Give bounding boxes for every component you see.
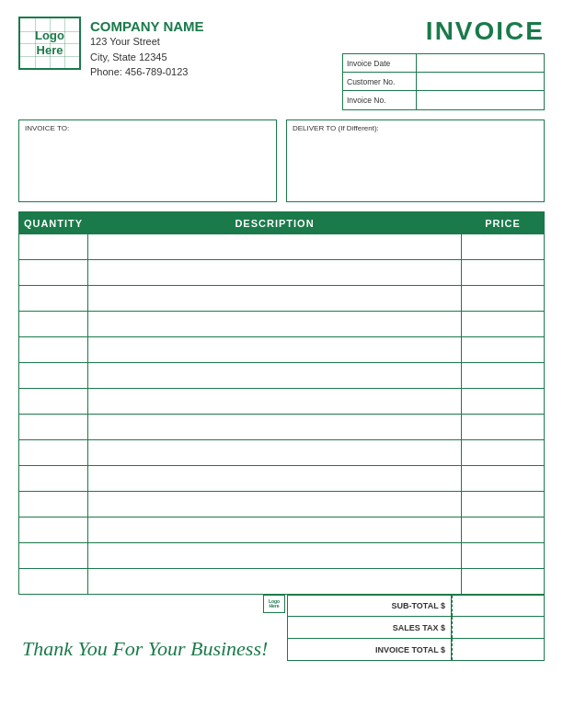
invoice-title: INVOICE bbox=[426, 17, 545, 46]
table-row[interactable] bbox=[19, 286, 545, 312]
customer-no-value[interactable] bbox=[417, 73, 544, 90]
desc-cell[interactable] bbox=[88, 492, 462, 518]
deliver-to-label: DELIVER TO (If Different): bbox=[293, 124, 538, 132]
company-address2: City, State 12345 bbox=[90, 50, 204, 65]
footer-section: Thank You For Your Business! LogoHere SU… bbox=[18, 595, 545, 661]
qty-cell[interactable] bbox=[19, 260, 88, 286]
price-cell[interactable] bbox=[462, 518, 545, 543]
totals-block: SUB-TOTAL $ SALES TAX $ INVOICE TOTAL $ bbox=[287, 595, 545, 661]
desc-cell[interactable] bbox=[88, 466, 462, 492]
desc-cell[interactable] bbox=[88, 234, 462, 260]
price-cell[interactable] bbox=[462, 312, 545, 337]
desc-cell[interactable] bbox=[88, 286, 462, 312]
header-left: Logo Here COMPANY NAME 123 Your Street C… bbox=[18, 17, 204, 80]
deliver-to-content[interactable] bbox=[293, 136, 538, 191]
price-cell[interactable] bbox=[462, 466, 545, 492]
price-cell[interactable] bbox=[462, 337, 545, 363]
price-cell[interactable] bbox=[462, 492, 545, 518]
qty-header: QUANTITY bbox=[19, 212, 88, 234]
table-row[interactable] bbox=[19, 337, 545, 363]
table-row[interactable] bbox=[19, 492, 545, 518]
thank-you-message: Thank You For Your Business! bbox=[18, 628, 268, 661]
customer-no-label: Customer No. bbox=[343, 73, 417, 90]
price-cell[interactable] bbox=[462, 363, 545, 389]
salestax-row: SALES TAX $ bbox=[287, 617, 545, 639]
invoice-date-value[interactable] bbox=[417, 54, 544, 72]
invoice-date-label: Invoice Date bbox=[343, 54, 417, 72]
desc-cell[interactable] bbox=[88, 337, 462, 363]
price-cell[interactable] bbox=[462, 415, 545, 440]
qty-cell[interactable] bbox=[19, 389, 88, 415]
customer-no-row: Customer No. bbox=[343, 73, 544, 91]
invoice-no-row: Invoice No. bbox=[343, 91, 544, 109]
salestax-label: SALES TAX $ bbox=[288, 617, 452, 638]
small-logo: LogoHere bbox=[263, 595, 285, 613]
desc-cell[interactable] bbox=[88, 569, 462, 595]
thank-you-text: Thank You For Your Business! bbox=[18, 628, 268, 661]
invoice-to-content[interactable] bbox=[25, 136, 270, 191]
desc-cell[interactable] bbox=[88, 312, 462, 337]
logo-box: Logo Here bbox=[18, 17, 81, 70]
desc-cell[interactable] bbox=[88, 415, 462, 440]
table-row[interactable] bbox=[19, 569, 545, 595]
qty-cell[interactable] bbox=[19, 363, 88, 389]
deliver-to-box: DELIVER TO (If Different): bbox=[286, 119, 545, 202]
table-row[interactable] bbox=[19, 260, 545, 286]
table-row[interactable] bbox=[19, 234, 545, 260]
qty-cell[interactable] bbox=[19, 234, 88, 260]
price-cell[interactable] bbox=[462, 286, 545, 312]
subtotal-row: SUB-TOTAL $ bbox=[287, 595, 545, 617]
desc-cell[interactable] bbox=[88, 440, 462, 466]
price-cell[interactable] bbox=[462, 569, 545, 595]
qty-cell[interactable] bbox=[19, 466, 88, 492]
invoicetotal-value[interactable] bbox=[452, 639, 544, 660]
qty-cell[interactable] bbox=[19, 492, 88, 518]
qty-cell[interactable] bbox=[19, 518, 88, 543]
table-row[interactable] bbox=[19, 440, 545, 466]
desc-cell[interactable] bbox=[88, 543, 462, 569]
price-cell[interactable] bbox=[462, 389, 545, 415]
subtotal-value[interactable] bbox=[452, 596, 544, 616]
table-row[interactable] bbox=[19, 415, 545, 440]
qty-cell[interactable] bbox=[19, 312, 88, 337]
qty-cell[interactable] bbox=[19, 286, 88, 312]
table-row[interactable] bbox=[19, 363, 545, 389]
price-cell[interactable] bbox=[462, 234, 545, 260]
invoice-no-label: Invoice No. bbox=[343, 91, 417, 109]
desc-cell[interactable] bbox=[88, 260, 462, 286]
logo-line1: Logo bbox=[35, 28, 64, 43]
table-row[interactable] bbox=[19, 518, 545, 543]
logo-text: Logo Here bbox=[35, 28, 64, 57]
invoice-no-value[interactable] bbox=[417, 91, 544, 109]
logo-line2: Here bbox=[35, 43, 64, 58]
invoicetotal-row: INVOICE TOTAL $ bbox=[287, 639, 545, 661]
qty-cell[interactable] bbox=[19, 415, 88, 440]
invoice-date-row: Invoice Date bbox=[343, 54, 544, 73]
qty-cell[interactable] bbox=[19, 337, 88, 363]
price-cell[interactable] bbox=[462, 543, 545, 569]
company-name: COMPANY NAME bbox=[90, 18, 204, 34]
company-info: COMPANY NAME 123 Your Street City, State… bbox=[90, 17, 204, 80]
invoice-page: Logo Here COMPANY NAME 123 Your Street C… bbox=[0, 0, 563, 728]
company-phone: Phone: 456-789-0123 bbox=[90, 64, 204, 80]
company-address1: 123 Your Street bbox=[90, 34, 204, 50]
salestax-value[interactable] bbox=[452, 617, 544, 638]
desc-cell[interactable] bbox=[88, 389, 462, 415]
price-cell[interactable] bbox=[462, 440, 545, 466]
subtotal-label: SUB-TOTAL $ bbox=[288, 596, 452, 616]
address-section: INVOICE TO: DELIVER TO (If Different): bbox=[18, 119, 545, 202]
table-row[interactable] bbox=[19, 466, 545, 492]
table-row[interactable] bbox=[19, 543, 545, 569]
qty-cell[interactable] bbox=[19, 543, 88, 569]
invoice-to-label: INVOICE TO: bbox=[25, 124, 270, 132]
desc-header: DESCRIPTION bbox=[88, 212, 462, 234]
qty-cell[interactable] bbox=[19, 440, 88, 466]
desc-cell[interactable] bbox=[88, 363, 462, 389]
header-right: INVOICE Invoice Date Customer No. Invoic… bbox=[342, 17, 545, 110]
table-row[interactable] bbox=[19, 389, 545, 415]
qty-cell[interactable] bbox=[19, 569, 88, 595]
desc-cell[interactable] bbox=[88, 518, 462, 543]
price-cell[interactable] bbox=[462, 260, 545, 286]
table-row[interactable] bbox=[19, 312, 545, 337]
totals-area: LogoHere SUB-TOTAL $ SALES TAX $ INVOICE… bbox=[287, 595, 545, 661]
